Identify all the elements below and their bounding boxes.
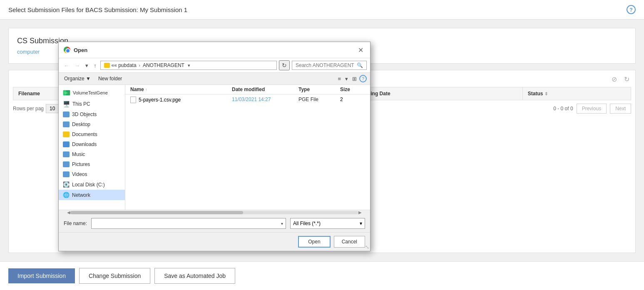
- filetype-select[interactable]: All Files (*.*) ▾: [290, 218, 365, 229]
- files-col-size[interactable]: Size: [340, 87, 365, 92]
- nav-local-disk-label: Local Disk (C:): [72, 182, 105, 188]
- hscroll-left[interactable]: ◀: [67, 210, 70, 215]
- dialog-title-label: Open: [74, 47, 353, 53]
- dialog-hscroll: ◀ ▶: [59, 210, 370, 215]
- nav-this-pc[interactable]: 🖥️ This PC: [59, 99, 125, 109]
- search-input[interactable]: [296, 62, 357, 68]
- nav-volume-label: VolumeTestGene: [73, 90, 108, 95]
- filetype-arrow: ▾: [360, 221, 362, 226]
- volume-icon: Gn: [63, 89, 70, 97]
- network-icon: 🌐: [63, 192, 70, 198]
- file-type: PGE File: [298, 97, 340, 103]
- desktop-icon: [63, 121, 70, 127]
- path-part-1: «« pubdata: [112, 62, 137, 68]
- dialog-files-pane: Name ↑ Date modified Type Size: [125, 85, 370, 210]
- help-dialog-button[interactable]: ?: [359, 75, 367, 82]
- nav-network-label: Network: [72, 192, 90, 198]
- dialog-open-button[interactable]: Open: [298, 236, 330, 248]
- file-icon: [130, 97, 136, 103]
- view-dropdown-button[interactable]: ▾: [343, 75, 350, 83]
- nav-music-label: Music: [72, 151, 85, 157]
- dialog-actions: Open Cancel: [59, 232, 370, 251]
- nav-desktop-label: Desktop: [72, 121, 90, 127]
- this-pc-icon: 🖥️: [63, 101, 70, 107]
- path-part-2: ANOTHERAGENT: [143, 62, 184, 68]
- nav-local-disk[interactable]: 💽 Local Disk (C:): [59, 179, 125, 190]
- address-path: «« pubdata › ANOTHERAGENT ▾: [100, 61, 277, 70]
- nav-network[interactable]: 🌐 Network: [59, 190, 125, 200]
- 3d-objects-icon: [63, 112, 70, 117]
- files-col-name[interactable]: Name ↑: [130, 87, 232, 92]
- nav-pictures-label: Pictures: [72, 161, 90, 167]
- files-col-type[interactable]: Type: [298, 87, 340, 92]
- dialog-address-bar: ← → ▾ ↑ «« pubdata › ANOTHERAGENT ▾ ↻ 🔍: [59, 58, 370, 73]
- downloads-icon: [63, 141, 70, 147]
- music-icon: [63, 151, 70, 157]
- nav-videos[interactable]: Videos: [59, 169, 125, 179]
- name-sort-arrow: ↑: [145, 87, 147, 92]
- file-size: 2: [340, 97, 365, 103]
- nav-documents-label: Documents: [72, 131, 97, 137]
- nav-downloads-label: Downloads: [72, 141, 97, 147]
- view-list-button[interactable]: ≡: [336, 75, 343, 83]
- file-date: 11/03/2021 14:27: [232, 97, 298, 103]
- dialog-body: Gn VolumeTestGene 🖥️ This PC 3D Objects …: [59, 85, 370, 210]
- hscroll-right[interactable]: ▶: [358, 210, 362, 215]
- filename-label: File name:: [64, 221, 87, 226]
- nav-volume-item[interactable]: Gn VolumeTestGene: [59, 87, 125, 99]
- view-icons: ≡ ▾ ⊞ ?: [336, 75, 367, 83]
- organize-button[interactable]: Organize ▼: [62, 74, 93, 83]
- forward-button[interactable]: →: [73, 62, 82, 69]
- dialog-cancel-button[interactable]: Cancel: [334, 236, 365, 248]
- open-file-dialog: Open ✕ ← → ▾ ↑ «« pubdata › ANOTHERAGENT…: [58, 42, 370, 251]
- local-disk-icon: 💽: [63, 181, 70, 188]
- path-dropdown-arrow[interactable]: ▾: [188, 63, 190, 68]
- nav-3d-objects-label: 3D Objects: [72, 112, 97, 117]
- dropdown-button[interactable]: ▾: [84, 62, 90, 69]
- dialog-overlay: Open ✕ ← → ▾ ↑ «« pubdata › ANOTHERAGENT…: [0, 0, 644, 290]
- nav-music[interactable]: Music: [59, 149, 125, 159]
- dialog-close-button[interactable]: ✕: [356, 45, 365, 55]
- pictures-icon: [63, 161, 70, 167]
- filetype-label: All Files (*.*): [293, 221, 321, 226]
- path-folder-icon: [104, 63, 110, 68]
- search-bar: 🔍: [292, 61, 367, 70]
- dialog-nav-pane: Gn VolumeTestGene 🖥️ This PC 3D Objects …: [59, 85, 125, 210]
- path-chevron: ›: [139, 63, 140, 68]
- nav-documents[interactable]: Documents: [59, 129, 125, 139]
- hscroll-thumb[interactable]: [70, 211, 243, 214]
- nav-desktop[interactable]: Desktop: [59, 119, 125, 129]
- svg-text:Gn: Gn: [65, 92, 67, 94]
- files-header: Name ↑ Date modified Type Size: [125, 85, 370, 94]
- files-col-date[interactable]: Date modified: [232, 87, 298, 92]
- dialog-filename-bar: File name: ▾ All Files (*.*) ▾: [59, 215, 370, 232]
- documents-icon: [63, 131, 70, 137]
- search-icon: 🔍: [357, 62, 363, 68]
- filename-text-input[interactable]: [94, 221, 279, 226]
- nav-more[interactable]: [59, 200, 125, 204]
- up-button[interactable]: ↑: [92, 62, 98, 69]
- file-name-cell: 5-payers-1.csv.pge: [130, 97, 232, 103]
- nav-videos-label: Videos: [72, 171, 87, 177]
- nav-3d-objects[interactable]: 3D Objects: [59, 109, 125, 119]
- new-folder-button[interactable]: New folder: [96, 74, 124, 83]
- filename-dropdown-arrow[interactable]: ▾: [281, 221, 283, 226]
- file-row[interactable]: 5-payers-1.csv.pge 11/03/2021 14:27 PGE …: [125, 94, 370, 105]
- videos-icon: [63, 171, 70, 177]
- dialog-file-toolbar: Organize ▼ New folder ≡ ▾ ⊞ ?: [59, 73, 370, 85]
- nav-this-pc-label: This PC: [72, 101, 90, 107]
- nav-pictures[interactable]: Pictures: [59, 159, 125, 169]
- hscroll-bar: [70, 211, 358, 214]
- dialog-titlebar: Open ✕: [59, 42, 370, 58]
- nav-downloads[interactable]: Downloads: [59, 139, 125, 149]
- view-details-button[interactable]: ⊞: [351, 75, 358, 83]
- dialog-resize-handle[interactable]: ⤡: [365, 244, 369, 250]
- address-refresh-button[interactable]: ↻: [279, 60, 290, 70]
- file-name: 5-payers-1.csv.pge: [139, 97, 181, 103]
- filename-input-wrapper: ▾: [91, 218, 286, 229]
- chrome-icon: [64, 47, 70, 53]
- back-button[interactable]: ←: [62, 62, 71, 69]
